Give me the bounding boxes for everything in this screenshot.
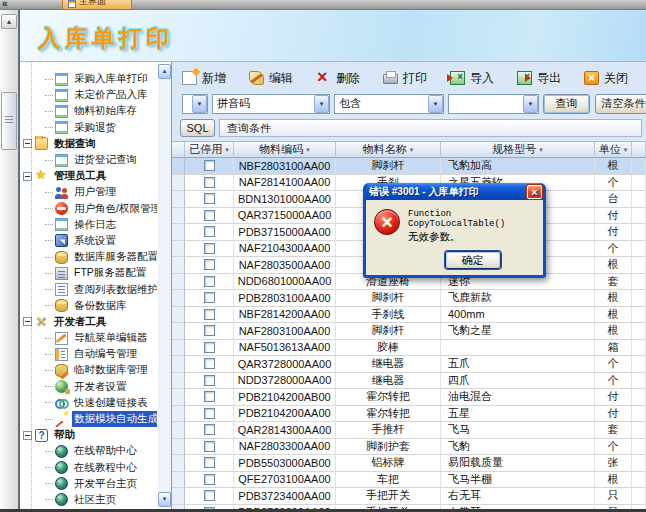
checkbox[interactable]	[204, 474, 215, 485]
query-condition-bar[interactable]: 查询条件	[219, 119, 642, 137]
tree-item[interactable]: 开发者设置	[23, 379, 157, 395]
checkbox[interactable]	[204, 309, 215, 320]
tree-item[interactable]: 采购退货	[23, 120, 157, 136]
chevron-down-icon[interactable]	[523, 95, 538, 113]
record-selector[interactable]	[172, 323, 185, 340]
tree-item[interactable]: 开发平台主页	[23, 476, 157, 492]
tree-item[interactable]: 帮助	[23, 427, 157, 443]
record-selector[interactable]	[172, 257, 185, 274]
tree-item[interactable]: 数据查询	[23, 136, 157, 152]
record-selector[interactable]	[172, 356, 185, 373]
checkbox[interactable]	[204, 160, 215, 171]
tree-item[interactable]: 备份数据库	[23, 298, 157, 314]
tree-item[interactable]: 开发者工具	[23, 314, 157, 330]
tree-scroll-up-button[interactable]: ▲	[158, 64, 171, 79]
table-row[interactable]: PDB2104200AA00 霍尔转把 五星 付	[172, 406, 646, 423]
tree-item[interactable]: 用户角色/权限管理	[23, 201, 157, 217]
table-row[interactable]: PDB5503000AB00 铝标牌 易阳载质量 张	[172, 455, 646, 472]
table-row[interactable]: NAF2803300AA00 脚刹护套 飞豹 个	[172, 439, 646, 456]
table-row[interactable]: PDB2803100AA00 脚刹杆 飞鹿新款 根	[172, 290, 646, 307]
tree-item[interactable]: 导航菜单编辑器	[23, 330, 157, 346]
column-header[interactable]: 物料名称 ▾	[336, 142, 441, 158]
table-row[interactable]: QAR3728000AA00 继电器 五爪 个	[172, 356, 646, 373]
tree-item[interactable]: 管理员工具	[23, 168, 157, 184]
record-selector[interactable]	[172, 373, 185, 390]
collapse-box-icon[interactable]	[23, 431, 32, 440]
checkbox[interactable]	[204, 490, 215, 501]
checkbox[interactable]	[204, 424, 215, 435]
record-selector[interactable]	[172, 389, 185, 406]
toolbar-button[interactable]: 新增	[182, 70, 226, 87]
ok-button[interactable]: 确定	[445, 251, 501, 269]
record-selector[interactable]	[172, 158, 185, 175]
record-selector[interactable]	[172, 340, 185, 357]
filter-dropdown-icon[interactable]: ▾	[539, 146, 543, 154]
record-selector[interactable]	[172, 175, 185, 192]
checkbox[interactable]	[204, 193, 215, 204]
tree-item[interactable]: 在线帮助中心	[23, 443, 157, 459]
clear-conditions-button[interactable]: 清空条件	[595, 94, 646, 114]
tree-item[interactable]: 在线教程中心	[23, 460, 157, 476]
checkbox[interactable]	[204, 507, 215, 509]
record-selector[interactable]	[172, 290, 185, 307]
collapse-chevron-icon[interactable]: «	[2, 0, 8, 9]
record-selector[interactable]	[172, 505, 185, 510]
table-row[interactable]: NBF2803100AA00 脚刹杆 飞豹加高 根	[172, 158, 646, 175]
tree-scrollbar[interactable]: ▲ ▼	[158, 64, 171, 507]
record-selector[interactable]	[172, 274, 185, 291]
tree-item[interactable]: 操作日志	[23, 217, 157, 233]
collapse-box-icon[interactable]	[23, 317, 32, 326]
tab-main-interface[interactable]: 主界面	[62, 0, 132, 10]
checkbox[interactable]	[204, 325, 215, 336]
chevron-down-icon[interactable]	[314, 95, 329, 113]
tree-item[interactable]: 用户管理	[23, 184, 157, 200]
tree-item[interactable]: 查阅列表数据维护	[23, 281, 157, 297]
tree-item[interactable]: 快速创建链接表	[23, 395, 157, 411]
chevron-down-icon[interactable]	[192, 95, 207, 113]
record-selector[interactable]	[172, 488, 185, 505]
scroll-up-button[interactable]: ▲	[1, 14, 17, 29]
tree-item[interactable]: 未定价产品入库	[23, 87, 157, 103]
field-select[interactable]	[182, 94, 208, 114]
record-selector[interactable]	[172, 406, 185, 423]
tree-item[interactable]: 数据模块自动生成器	[23, 411, 157, 427]
table-row[interactable]: QFE2703100AA00 车把 飞马半棚 根	[172, 472, 646, 489]
toolbar-button[interactable]: 导出	[517, 70, 561, 87]
checkbox[interactable]	[204, 408, 215, 419]
checkbox[interactable]	[204, 292, 215, 303]
match-field-select[interactable]: 拼音码	[212, 94, 330, 114]
toolbar-button[interactable]: 编辑	[249, 70, 293, 87]
toolbar-button[interactable]: 删除	[316, 70, 360, 87]
scrollbar-thumb[interactable]	[1, 92, 17, 150]
tree-item[interactable]: 物料初始库存	[23, 103, 157, 119]
checkbox[interactable]	[204, 243, 215, 254]
tree-item[interactable]: 临时数据库管理	[23, 362, 157, 378]
filter-dropdown-icon[interactable]: ▾	[624, 146, 628, 154]
filter-dropdown-icon[interactable]: ▾	[410, 146, 414, 154]
record-selector[interactable]	[172, 472, 185, 489]
table-row[interactable]: PDB2104200AB00 霍尔转把 油电混合 付	[172, 389, 646, 406]
checkbox[interactable]	[204, 441, 215, 452]
column-header[interactable]: 单位 ▾	[595, 142, 632, 158]
checkbox[interactable]	[204, 210, 215, 221]
collapse-box-icon[interactable]	[23, 172, 32, 181]
checkbox[interactable]	[204, 375, 215, 386]
checkbox[interactable]	[204, 177, 215, 188]
collapse-box-icon[interactable]	[23, 139, 32, 148]
close-icon[interactable]	[527, 185, 542, 199]
table-row[interactable]: NAF2803100AA00 脚刹杆 飞豹之星 根	[172, 323, 646, 340]
record-selector[interactable]	[172, 208, 185, 225]
filter-dropdown-icon[interactable]: ▾	[306, 146, 310, 154]
record-selector[interactable]	[172, 439, 185, 456]
record-selector[interactable]	[172, 241, 185, 258]
table-row[interactable]: NDD3728000AA00 继电器 四爪 个	[172, 373, 646, 390]
toolbar-button[interactable]: 打印	[383, 70, 427, 87]
chevron-down-icon[interactable]	[428, 95, 443, 113]
checkbox[interactable]	[204, 226, 215, 237]
table-row[interactable]: NAF5013613AA00 胶棒 箱	[172, 340, 646, 357]
checkbox[interactable]	[204, 457, 215, 468]
record-selector[interactable]	[172, 191, 185, 208]
tree-item[interactable]: 自动编号管理	[23, 346, 157, 362]
operator-select[interactable]: 包含	[334, 94, 444, 114]
record-selector[interactable]	[172, 307, 185, 324]
